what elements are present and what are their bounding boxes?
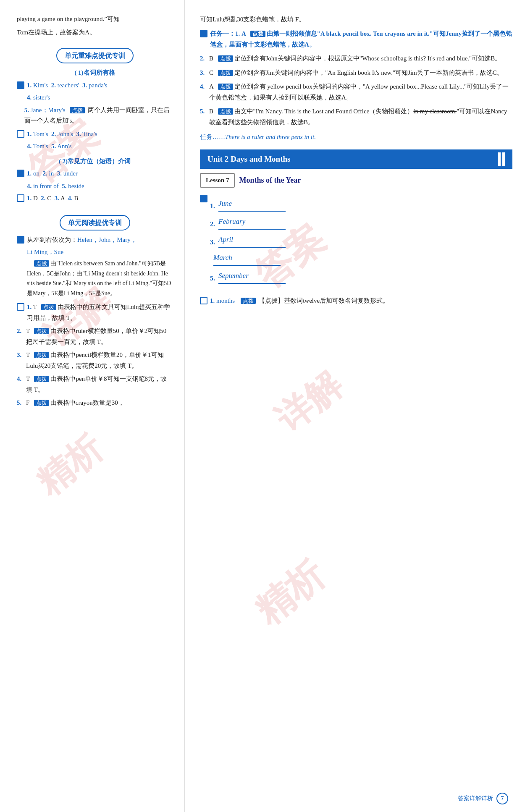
section2-title: 单元阅读提优专训 <box>60 215 130 231</box>
read1-text2: Li Ming，Sue <box>17 247 173 258</box>
fill-num-5: 5. <box>210 272 215 284</box>
dianbo-r5: 点拨 <box>218 108 233 115</box>
page-container: 答案 详解 答案 详解 精析 精析 playing a game on the … <box>0 0 525 812</box>
task1-header: 任务一：1. A 点拨由第一则招领信息"A black pencil box. … <box>200 29 512 50</box>
sub2-answer-block2: 1. D 2. C 3. A 4. B <box>17 193 173 204</box>
lesson-header: Lesson 7 Months of the Year <box>200 173 512 188</box>
left-column: playing a game on the playground.”可知 Tom… <box>0 0 185 812</box>
lesson-title: Months of the Year <box>239 174 301 187</box>
footer-num: 7 <box>501 795 504 802</box>
blue-square-6 <box>17 303 24 311</box>
read1-explain: 点拨由"Helen sits between Sam and John."可知5… <box>27 259 173 299</box>
dianbo-bottom: 点拨 <box>241 298 256 304</box>
sub1-title: ( 1)名词所有格 <box>17 68 173 79</box>
sub2-ans-1: 1. on 2. in 3. under <box>27 168 78 179</box>
sub1-ans2-1: 1. Tom's 2. John's 3. Tina's <box>27 129 97 140</box>
read2-5: 5. F 点拨由表格中crayon数量是30， <box>17 398 173 409</box>
dianbo-r4: 点拨 <box>218 84 233 90</box>
unit-header: Unit 2 Days and Months <box>200 149 512 169</box>
unit-header-text: Unit 2 Days and Months <box>207 152 290 166</box>
sub2-ans2: 1. D 2. C 3. A 4. B <box>27 193 79 204</box>
header-line-2 <box>502 152 505 166</box>
blue-square-fill <box>200 195 207 202</box>
sub2-answer-block1: 1. on 2. in 3. under <box>17 168 173 179</box>
fill-num-3: 3. <box>210 236 215 248</box>
read2-3-text: T 点拨由表格中pencil横栏数量20，单价￥1可知Lulu买20支铅笔，需花… <box>26 350 173 371</box>
read2-2-text: T 点拨由表格中ruler横栏数量50，单价￥2可知50把尺子需要一百元，故填 … <box>26 326 173 347</box>
fill-item-4: March <box>210 252 286 266</box>
left-intro-1: playing a game on the playground.”可知 <box>17 14 173 25</box>
unit-header-lines <box>498 152 505 166</box>
dianbo-read2-3: 点拨 <box>34 352 49 358</box>
r-task1-5-text: B 点拨由文中"I'm Nancy. This is the Lost and … <box>209 106 512 128</box>
fill-item-2: 2. February <box>210 216 286 230</box>
fill-answer-2: February <box>218 216 286 230</box>
r-task1-3-text: C 点拨定位到含有Jim关键词的内容中，"An English book It'… <box>209 68 503 79</box>
read1-row: 从左到右依次为：Helen，John，Mary， <box>17 235 173 246</box>
r-num-5: 5. <box>200 106 207 117</box>
footer: 答案详解详析 7 <box>458 793 508 804</box>
r-task1-2-text: B 点拨定位到含有John关键词的内容中，根据原文中"Whose schoolb… <box>209 53 501 64</box>
blue-square-2 <box>17 130 24 138</box>
right-column: 可知Lulu想亂30支彩色蜡笔，故填 F。 任务一：1. A 点拨由第一则招领信… <box>185 0 525 812</box>
bottom-ans-text: 1. months 点拨 【点拨】基数词twelve后加可数名词复数形式。 <box>210 296 389 306</box>
header-line-1 <box>498 152 501 166</box>
blue-square-1 <box>17 81 24 89</box>
r-num-2: 2. <box>200 53 207 64</box>
dianbo-read2-4: 点拨 <box>34 376 49 382</box>
num-2: 2. <box>17 326 24 337</box>
read1-text: 从左到右依次为：Helen，John，Mary， <box>27 235 137 246</box>
bottom-answers: 1. months 点拨 【点拨】基数词twelve后加可数名词复数形式。 <box>200 296 512 306</box>
sub1-ans2-45: 4. Tom's 5. Ann's <box>27 141 173 152</box>
left-intro-2: Tom在操场上，故答案为A。 <box>17 27 173 38</box>
r-task1-2: 2. B 点拨定位到含有John关键词的内容中，根据原文中"Whose scho… <box>200 53 512 64</box>
fill-block-header: 1. June 2. February 3. April March 5. <box>200 194 512 288</box>
sub2-title: ( 2)常见方位（短语）介词 <box>17 156 173 167</box>
footer-num-box: 7 <box>496 793 508 804</box>
blue-square-5 <box>17 236 24 244</box>
bottom-explain: 【点拨】基数词twelve后加可数名词复数形式。 <box>259 297 389 304</box>
r-task1-4: 4. A 点拨定位到含有 yellow pencil box关键词的内容中，"A… <box>200 81 512 103</box>
section2-title-container: 单元阅读提优专训 <box>17 209 173 233</box>
fill-num-1: 1. <box>210 200 215 212</box>
dianbo-r3: 点拨 <box>218 70 233 76</box>
dianbo-read2-2: 点拨 <box>34 328 49 334</box>
section1-title: 单元重难点提优专训 <box>56 48 134 63</box>
sub1-ans-1: 1. Kim's 2. teachers' 3. panda's <box>27 80 107 91</box>
blue-square-r1 <box>200 30 207 37</box>
dianbo-1: 点拨 <box>70 107 85 113</box>
read2-4-text: T 点拨由表格中pen单价￥8可知一支钢笔8元，故填 T。 <box>26 374 173 395</box>
sub1-ans-5: 5. Jane；Mary's 点拨 两个人共用一间卧室，只在后面一个人名后加's… <box>24 105 173 126</box>
sub1-ans-4: 4. sister's <box>27 92 173 103</box>
fill-item-1: 1. June <box>210 198 286 212</box>
sub2-ans-45: 4. in front of 5. beside <box>27 181 173 192</box>
num-3: 3. <box>17 350 24 361</box>
footer-text: 答案详解详析 <box>458 795 493 802</box>
dianbo-r1: 点拨 <box>250 31 265 37</box>
read2-4: 4. T 点拨由表格中pen单价￥8可知一支钢笔8元，故填 T。 <box>17 374 173 395</box>
fill-answer-1: June <box>218 198 286 212</box>
sub1-answer-block1: 1. Kim's 2. teachers' 3. panda's <box>17 80 173 91</box>
blue-square-bottom <box>200 297 207 304</box>
fill-num-2: 2. <box>210 218 215 230</box>
blue-square-4 <box>17 194 24 202</box>
dianbo-read2-1: 点拨 <box>41 304 56 310</box>
r-task1-3: 3. C 点拨定位到含有Jim关键词的内容中，"An English book … <box>200 68 512 79</box>
r-num-4: 4. <box>200 81 207 92</box>
fill-answer-3: April <box>218 234 286 248</box>
dianbo-read1: 点拨 <box>34 260 49 267</box>
bottom-ans-row: 1. months 点拨 【点拨】基数词twelve后加可数名词复数形式。 <box>200 296 512 306</box>
right-intro: 可知Lulu想亂30支彩色蜡笔，故填 F。 <box>200 14 512 25</box>
dianbo-read2-5: 点拨 <box>34 400 49 406</box>
read2-block: 1. T 点拨由表格中的五种文具可知Lulu想买五种学习用品，故填 T。 <box>17 302 173 323</box>
fill-item-5: 5. September <box>210 270 286 284</box>
sub1-ans-5-row: 5. Jane；Mary's 点拨 两个人共用一间卧室，只在后面一个人名后加's… <box>17 105 173 126</box>
lesson-label: Lesson 7 <box>200 173 235 188</box>
dianbo-r2: 点拨 <box>218 55 233 62</box>
blue-square-3 <box>17 170 24 177</box>
num-5: 5. <box>17 398 24 409</box>
fill-items-container: 1. June 2. February 3. April March 5. <box>210 194 286 288</box>
r-task1-4-text: A 点拨定位到含有 yellow pencil box关键词的内容中，"A ye… <box>209 81 512 103</box>
sub1-answer-block2: 1. Tom's 2. John's 3. Tina's <box>17 129 173 140</box>
read2-5-text: F 点拨由表格中crayon数量是30， <box>26 398 124 409</box>
